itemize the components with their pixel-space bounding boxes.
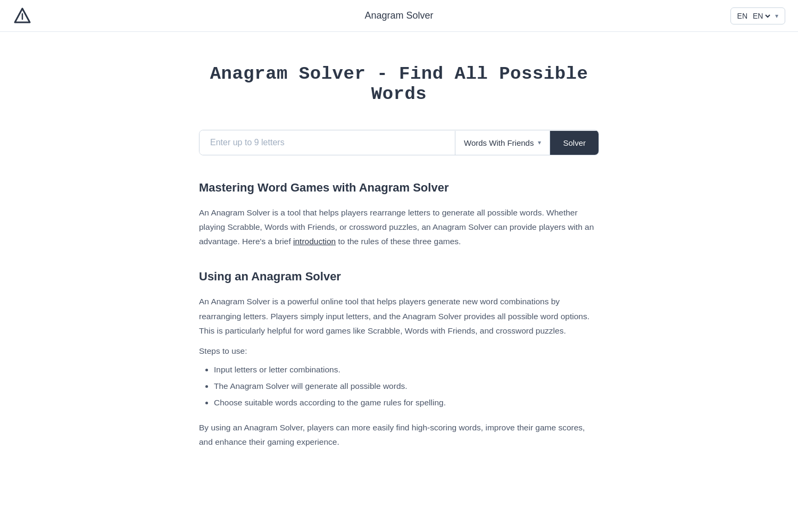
section-mastering-title: Mastering Word Games with Anagram Solver [199, 181, 599, 195]
main-content: Anagram Solver - Find All Possible Words… [186, 32, 612, 492]
page-title: Anagram Solver - Find All Possible Words [199, 64, 599, 104]
list-item: Choose suitable words according to the g… [214, 395, 599, 410]
list-item: The Anagram Solver will generate all pos… [214, 379, 599, 393]
steps-list: Input letters or letter combinations. Th… [199, 362, 599, 410]
solver-button[interactable]: Solver [550, 131, 598, 155]
section-mastering: Mastering Word Games with Anagram Solver… [199, 181, 599, 248]
introduction-link[interactable]: introduction [293, 237, 336, 246]
lang-select[interactable]: EN FR DE ES [751, 11, 772, 21]
chevron-down-icon: ▾ [538, 139, 541, 146]
section-using-body2: By using an Anagram Solver, players can … [199, 420, 599, 449]
section-using-title: Using an Anagram Solver [199, 270, 599, 284]
search-input[interactable] [200, 130, 455, 155]
list-item: Input letters or letter combinations. [214, 362, 599, 377]
section-using: Using an Anagram Solver An Anagram Solve… [199, 270, 599, 449]
logo[interactable] [13, 6, 32, 26]
navbar: Anagram Solver EN EN FR DE ES ▾ [0, 0, 798, 32]
game-selector[interactable]: Words With Friends ▾ [455, 131, 550, 155]
section-using-body1: An Anagram Solver is a powerful online t… [199, 294, 599, 337]
nav-title: Anagram Solver [364, 10, 433, 21]
language-selector[interactable]: EN EN FR DE ES ▾ [730, 7, 785, 24]
chevron-down-icon: ▾ [775, 12, 778, 20]
lang-label: EN [737, 12, 747, 20]
section-mastering-body: An Anagram Solver is a tool that helps p… [199, 205, 599, 248]
search-bar: Words With Friends ▾ Solver [199, 130, 599, 155]
game-selector-label: Words With Friends [464, 138, 534, 147]
steps-label: Steps to use: [199, 346, 599, 356]
logo-icon [13, 6, 32, 26]
